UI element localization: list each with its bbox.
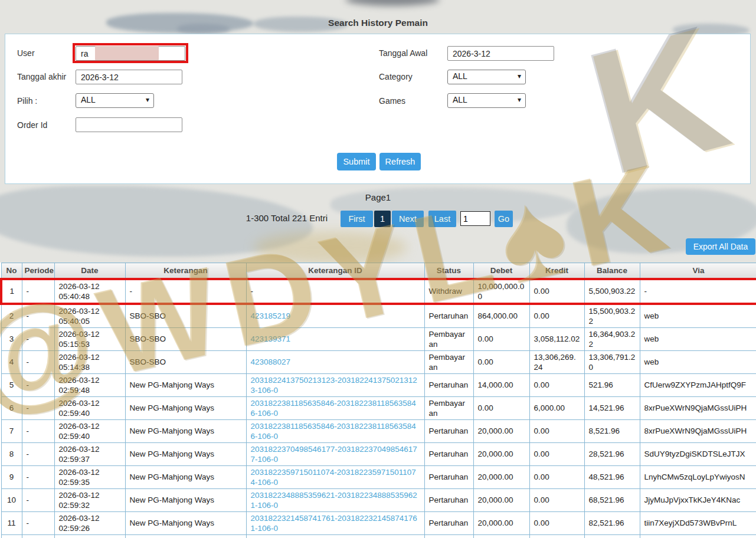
cell-keterangan: New PG-Mahjong Ways (125, 465, 246, 488)
column-header: Periode (22, 263, 54, 279)
cell-kredit: 0.00 (529, 373, 584, 396)
table-row: 6-2026-03-1202:59:40New PG-Mahjong Ways2… (1, 396, 756, 419)
cell-keterangan: SBO-SBO (125, 327, 246, 350)
cell-debet: 10,000,000.00 (473, 279, 529, 304)
cell-no: 1 (1, 279, 22, 304)
cell-balance: 82,521.96 (584, 511, 640, 534)
keterangan-id-link[interactable]: 2031822321458741761-2031822321458741761-… (251, 514, 417, 533)
cell-kredit: 0.00 (529, 279, 584, 304)
cell-debet: 20,000.00 (473, 511, 529, 534)
category-select[interactable]: ALL ▾ (447, 70, 526, 84)
games-label: Games (379, 96, 405, 106)
keterangan-id-link[interactable]: 423088027 (251, 357, 291, 366)
cell-keterangan-id: 2031822370498546177-2031822370498546177-… (246, 442, 424, 465)
cell-keterangan-id: 2031822321458741761-2031822321458741761-… (246, 534, 424, 538)
export-all-data-button[interactable]: Export All Data (686, 238, 755, 255)
table-row: 2026-03-122031822321458741761-2031822321… (1, 534, 756, 538)
pilih-select[interactable]: ALL ▾ (76, 93, 154, 108)
tanggal-akhir-input[interactable] (76, 70, 182, 84)
pagination-next-button[interactable]: Next (392, 211, 424, 227)
cell-no: 8 (1, 442, 22, 465)
keterangan-id-link[interactable]: 2031822381185635846-2031822381185635846-… (251, 422, 416, 441)
keterangan-id-link[interactable]: 2031822370498546177-2031822370498546177-… (251, 445, 417, 464)
keterangan-id-link[interactable]: 423185219 (251, 311, 291, 320)
keterangan-id-link[interactable]: 2031822381185635846-2031822381185635846-… (251, 399, 416, 418)
refresh-button[interactable]: Refresh (379, 153, 421, 170)
gold-glow (254, 231, 407, 264)
keterangan-id-link[interactable]: 2031822413750213123-2031822413750213123-… (251, 376, 417, 395)
cell-status: Pembayaran (424, 327, 473, 350)
table-row: 3-2026-03-1205:15:53SBO-SBO423139371Pemb… (1, 327, 756, 350)
cell-debet: 0.00 (473, 327, 529, 350)
cell-debet: 864,000.00 (473, 304, 529, 328)
cell-date: 2026-03-1205:14:38 (54, 350, 125, 373)
cell-no: 4 (1, 350, 22, 373)
table-header-row: NoPeriodeDateKeteranganKeterangan IDStat… (1, 263, 756, 279)
cell-status: Pertaruhan (424, 419, 473, 442)
cell-balance: 15,500,903.22 (584, 304, 640, 328)
cell-kredit: 0.00 (529, 511, 584, 534)
cell-via: - (640, 279, 756, 304)
pagination-first-button[interactable]: First (341, 211, 373, 227)
cell-keterangan-id: 423088027 (246, 350, 424, 373)
page: Search History Pemain User Tanggal akhir… (0, 0, 756, 538)
cell-kredit: 0.00 (529, 419, 584, 442)
order-id-input[interactable] (76, 117, 182, 132)
keterangan-id-link[interactable]: 2031822348885359621-2031822348885359621-… (251, 491, 417, 510)
cell-keterangan: New PG-Mahjong Ways (125, 488, 246, 511)
table-row: 11-2026-03-1202:59:26New PG-Mahjong Ways… (1, 511, 756, 534)
cell-keterangan-id: 2031822359715011074-2031822359715011074-… (246, 465, 424, 488)
history-table: NoPeriodeDateKeteranganKeterangan IDStat… (0, 263, 756, 538)
cell-keterangan: SBO-SBO (125, 350, 246, 373)
page-indicator: Page1 (0, 192, 756, 202)
keterangan-id-link[interactable]: 423139371 (251, 334, 291, 343)
cell-keterangan: New PG-Mahjong Ways (125, 511, 246, 534)
pilih-selected-value: ALL (81, 95, 96, 104)
cell-no: 5 (1, 373, 22, 396)
cell-no: 7 (1, 419, 22, 442)
cell-no: 3 (1, 327, 22, 350)
cell-keterangan-id: 2031822321458741761-2031822321458741761-… (246, 511, 424, 534)
cell-balance: 5,500,903.22 (584, 279, 640, 304)
column-header: Status (424, 263, 473, 279)
column-header: Keterangan ID (246, 263, 424, 279)
cell-status: Withdraw (424, 279, 473, 304)
keterangan-id-link[interactable]: 2031822359715011074-2031822359715011074-… (251, 468, 416, 487)
cell-balance: 48,521.96 (584, 465, 640, 488)
column-header: Via (640, 263, 756, 279)
cell-kredit: 0.00 (529, 488, 584, 511)
table-row: 7-2026-03-1202:59:40New PG-Mahjong Ways2… (1, 419, 756, 442)
cell-periode (22, 534, 54, 538)
cell-balance: 13,306,791.20 (584, 350, 640, 373)
chevron-down-icon: ▾ (518, 96, 521, 104)
games-select[interactable]: ALL ▾ (447, 93, 526, 108)
pagination-current-page-button[interactable]: 1 (374, 211, 391, 227)
cell-no: 10 (1, 488, 22, 511)
entries-range-label: 1-300 Total 221 Entri (177, 213, 328, 223)
submit-button[interactable]: Submit (337, 153, 376, 170)
pilih-label: Pilih : (17, 96, 37, 106)
cell-debet: 20,000.00 (473, 442, 529, 465)
cell-status: Pertaruhan (424, 465, 473, 488)
cell-kredit: 6,000.00 (529, 396, 584, 419)
pagination-goto-input[interactable] (460, 211, 490, 226)
cell-periode: - (22, 327, 54, 350)
order-id-label: Order Id (17, 120, 47, 130)
cell-debet: 20,000.00 (473, 488, 529, 511)
cell-via: web (640, 327, 756, 350)
user-input[interactable] (76, 46, 185, 61)
cell-keterangan-id: 423185219 (246, 304, 424, 328)
pagination-go-button[interactable]: Go (495, 211, 513, 227)
tanggal-awal-input[interactable] (447, 46, 554, 61)
table-row: 4-2026-03-1205:14:38SBO-SBO423088027Pemb… (1, 350, 756, 373)
cell-kredit: 0.00 (529, 304, 584, 328)
column-header: No (1, 263, 22, 279)
cell-keterangan: New PG-Mahjong Ways (125, 373, 246, 396)
pagination-last-button[interactable]: Last (428, 211, 456, 227)
table-row: 9-2026-03-1202:59:35New PG-Mahjong Ways2… (1, 465, 756, 488)
user-label: User (17, 48, 35, 58)
tanggal-akhir-label: Tanggal akhir (17, 72, 66, 81)
cell-balance: 68,521.96 (584, 488, 640, 511)
cell-via: SdUY9tyzDgiSKDTSLeJTJX (640, 442, 756, 465)
cell-via (640, 534, 756, 538)
